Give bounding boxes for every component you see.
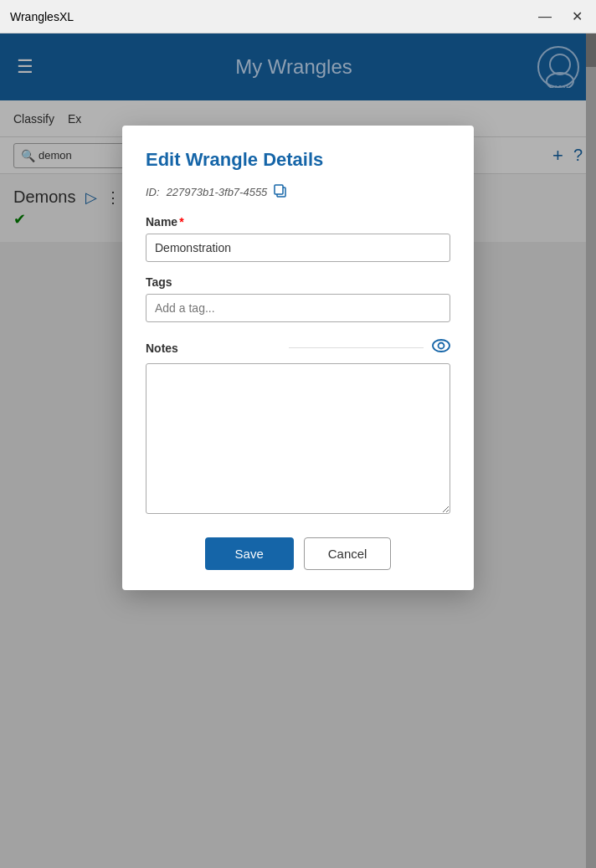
svg-rect-4 [275,185,283,194]
svg-point-5 [433,340,450,352]
modal-id-row: ID: 227973b1-3fb7-4555 [146,184,450,200]
notes-divider [289,347,424,348]
modal-title: Edit Wrangle Details [146,149,450,171]
tags-label: Tags [146,275,450,289]
notes-header: Notes [146,339,450,357]
title-bar-controls: — ✕ [535,7,586,26]
modal-actions: Save Cancel [146,537,450,570]
title-bar: WranglesXL — ✕ [0,0,596,33]
save-button[interactable]: Save [205,537,294,570]
app-title: WranglesXL [10,10,74,23]
edit-wrangle-modal: Edit Wrangle Details ID: 227973b1-3fb7-4… [122,126,474,590]
name-input[interactable] [146,234,450,262]
app-background: ☰ My Wrangles WW Classify Ex 🔍 demon + ?… [0,33,596,868]
id-label: ID: [146,186,160,198]
svg-point-6 [439,343,444,349]
name-label: Name* [146,215,450,229]
required-star: * [179,215,183,229]
tags-input[interactable] [146,294,450,322]
close-button[interactable]: ✕ [568,7,586,26]
cancel-button[interactable]: Cancel [304,537,392,570]
eye-icon[interactable] [432,339,450,357]
minimize-button[interactable]: — [535,7,555,26]
modal-overlay: Edit Wrangle Details ID: 227973b1-3fb7-4… [0,33,596,868]
eye-svg-icon [432,339,450,352]
id-value: 227973b1-3fb7-4555 [167,186,268,198]
notes-textarea[interactable] [146,363,450,514]
copy-icon[interactable] [274,184,287,200]
notes-label: Notes [146,342,280,355]
copy-svg-icon [274,184,287,198]
